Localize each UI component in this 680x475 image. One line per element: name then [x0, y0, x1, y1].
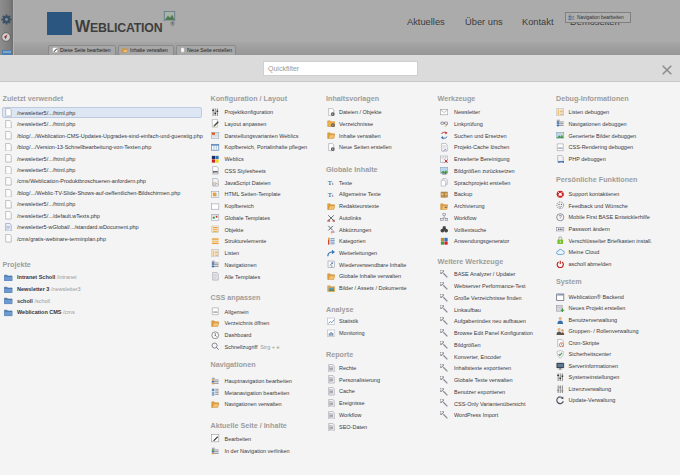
svg-text:po: po: [330, 230, 334, 233]
svg-text:aaa: aaa: [558, 148, 563, 151]
svg-text:t: t: [332, 181, 334, 186]
svg-text:t: t: [332, 193, 334, 198]
svg-text:aaa: aaa: [213, 312, 218, 315]
svg-text:?: ?: [559, 214, 562, 220]
